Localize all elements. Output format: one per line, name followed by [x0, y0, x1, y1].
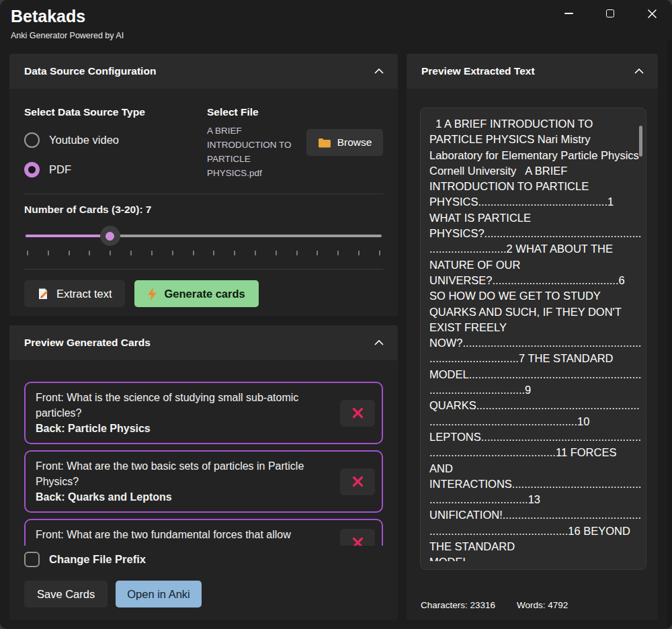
- app-subtitle: Anki Generator Powered by AI: [11, 31, 124, 40]
- text-scrollbar-thumb[interactable]: [639, 126, 642, 157]
- titlebar: Betakads Anki Generator Powered by AI: [0, 0, 672, 52]
- delete-card-button[interactable]: [340, 529, 375, 546]
- card-text: Front: What are the two basic sets of pa…: [36, 458, 333, 505]
- text-stats: Characters: 23316 Words: 4792: [421, 600, 568, 610]
- extracted-text-panel: Preview Extracted Text 1 A BRIEF INTRODU…: [407, 54, 658, 620]
- open-in-anki-label: Open in Anki: [127, 588, 190, 600]
- slider-track[interactable]: [26, 235, 382, 237]
- save-cards-label: Save Cards: [37, 588, 95, 601]
- change-prefix-row: Change File Prefix: [24, 552, 383, 567]
- pdf-radio-label: PDF: [49, 163, 71, 176]
- delete-card-button[interactable]: [340, 400, 375, 427]
- extracted-text-title: Preview Extracted Text: [421, 65, 535, 77]
- card-front-text: Front: What are the two fundamental forc…: [36, 527, 333, 546]
- generate-cards-button[interactable]: Generate cards: [134, 280, 259, 307]
- words-count: Words: 4792: [517, 600, 568, 610]
- number-of-cards-label: Number of Cards (3-20): 7: [24, 204, 383, 216]
- minimize-icon: [564, 13, 573, 14]
- generated-cards-panel: Preview Generated Cards Front: What is t…: [9, 325, 398, 620]
- card-text: Front: What is the science of studying s…: [36, 390, 333, 436]
- delete-card-button[interactable]: [340, 468, 375, 495]
- chevron-up-icon: [374, 339, 384, 346]
- data-source-panel: Data Source Configuration Select Data So…: [9, 54, 398, 316]
- minimize-button[interactable]: [556, 3, 581, 24]
- pdf-radio[interactable]: [24, 162, 40, 177]
- card-item: Front: What are the two fundamental forc…: [24, 519, 383, 546]
- youtube-radio-label: Youtube video: [49, 134, 119, 146]
- card-item: Front: What is the science of studying s…: [24, 382, 383, 444]
- chevron-up-icon: [634, 68, 644, 75]
- folder-icon: [318, 137, 331, 149]
- card-text: Front: What are the two fundamental forc…: [36, 527, 333, 546]
- extract-text-button[interactable]: Extract text: [24, 280, 125, 307]
- close-button[interactable]: [640, 3, 664, 24]
- maximize-icon: [606, 9, 614, 17]
- card-front-text: Front: What is the science of studying s…: [36, 390, 333, 421]
- card-front-text: Front: What are the two basic sets of pa…: [36, 458, 333, 489]
- divider: [24, 194, 383, 194]
- cards-footer: Change File Prefix Save Cards Open in An…: [24, 552, 383, 607]
- generate-cards-label: Generate cards: [165, 288, 245, 300]
- browse-button-label: Browse: [337, 136, 372, 149]
- data-source-body: Select Data Source Type Youtube video PD…: [9, 89, 398, 316]
- app-title: Betakads: [11, 7, 85, 26]
- slider-ticks: [27, 251, 380, 255]
- select-file-label: Select File: [207, 106, 383, 118]
- youtube-radio[interactable]: [24, 132, 40, 148]
- extracted-text-body: 1 A BRIEF INTRODUCTION TO PARTICLE PHYSI…: [407, 89, 658, 620]
- window-controls: [556, 3, 664, 24]
- generated-cards-title: Preview Generated Cards: [24, 337, 151, 349]
- card-item: Front: What are the two basic sets of pa…: [24, 450, 383, 513]
- extracted-text-content: 1 A BRIEF INTRODUCTION TO PARTICLE PHYSI…: [429, 116, 642, 561]
- selected-file-name: A BRIEF INTRODUCTION TO PARTICLE PHYSICS…: [207, 124, 301, 180]
- app-window: Betakads Anki Generator Powered by AI Da…: [0, 0, 672, 629]
- cards-count-slider: [24, 225, 383, 247]
- divider: [24, 269, 383, 269]
- extracted-text-header[interactable]: Preview Extracted Text: [407, 54, 658, 89]
- radio-row-youtube: Youtube video: [24, 132, 207, 148]
- document-pencil-icon: [37, 288, 50, 300]
- maximize-button[interactable]: [598, 3, 622, 24]
- source-type-label: Select Data Source Type: [24, 106, 207, 118]
- characters-count: Characters: 23316: [421, 600, 495, 610]
- extract-text-label: Extract text: [56, 288, 112, 300]
- extracted-text-box[interactable]: 1 A BRIEF INTRODUCTION TO PARTICLE PHYSI…: [420, 108, 646, 570]
- delete-x-icon: [352, 537, 364, 546]
- card-back-text: Back: Quarks and Leptons: [36, 489, 333, 505]
- data-source-header[interactable]: Data Source Configuration: [9, 54, 398, 89]
- slider-thumb[interactable]: [100, 226, 120, 246]
- delete-x-icon: [352, 407, 364, 419]
- change-prefix-checkbox[interactable]: [24, 552, 40, 567]
- window-right-scroll-edge[interactable]: [667, 40, 672, 629]
- chevron-up-icon: [374, 68, 384, 75]
- browse-button[interactable]: Browse: [306, 129, 383, 156]
- card-back-text: Back: Particle Physics: [36, 421, 333, 436]
- generated-cards-header[interactable]: Preview Generated Cards: [9, 325, 398, 360]
- delete-x-icon: [352, 476, 364, 487]
- radio-row-pdf: PDF: [24, 162, 207, 177]
- slider-fill: [26, 235, 110, 237]
- generated-cards-body: Front: What is the science of studying s…: [9, 360, 398, 620]
- close-icon: [647, 9, 657, 19]
- lightning-icon: [148, 288, 157, 300]
- cards-scroll-viewport[interactable]: Front: What is the science of studying s…: [24, 382, 383, 546]
- data-source-title: Data Source Configuration: [24, 65, 156, 77]
- open-in-anki-button[interactable]: Open in Anki: [116, 581, 202, 607]
- save-cards-button[interactable]: Save Cards: [24, 581, 108, 607]
- change-prefix-label: Change File Prefix: [49, 553, 146, 566]
